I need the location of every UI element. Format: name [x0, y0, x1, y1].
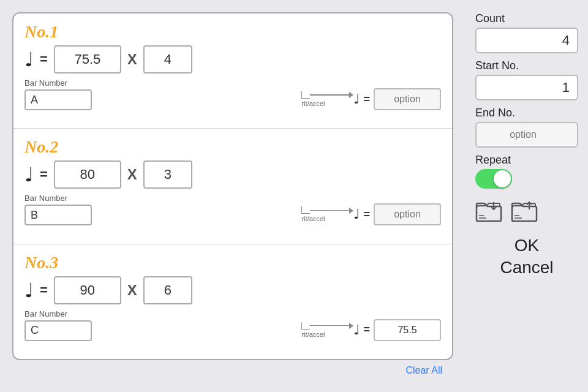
- bottom-row-no2: Bar Number rit/accel ♩ =: [24, 194, 441, 225]
- section-title-no1: No.1: [24, 22, 441, 42]
- multiply-no1: X: [127, 51, 137, 68]
- multiply-no2: X: [127, 166, 137, 183]
- repeat-toggle[interactable]: [475, 169, 512, 189]
- tempo-input-no3[interactable]: [54, 276, 121, 304]
- section-no1: No.1 ♩ = X Bar Number: [13, 13, 452, 129]
- action-buttons: OK Cancel: [475, 236, 578, 277]
- rit-note-no3: ♩: [353, 322, 360, 338]
- row-main-no3: ♩ = X: [24, 276, 441, 304]
- bar-label-no3: Bar Number: [24, 309, 92, 318]
- section-title-no3: No.3: [24, 253, 441, 273]
- equals-no2: =: [40, 167, 48, 183]
- bottom-row-no1: Bar Number rit/accel ♩ =: [24, 78, 441, 110]
- start-label: Start No.: [475, 59, 578, 72]
- right-panel: Count Start No. End No. Repeat: [466, 0, 588, 392]
- bar-label-no1: Bar Number: [24, 78, 92, 88]
- ok-button[interactable]: OK: [475, 236, 578, 255]
- end-label: End No.: [475, 107, 578, 119]
- rit-option-no2[interactable]: [374, 203, 441, 225]
- section-no3: No.3 ♩ = X Bar Number: [13, 244, 452, 359]
- bar-label-no2: Bar Number: [24, 194, 92, 203]
- open-folder-icon[interactable]: [475, 198, 502, 227]
- rit-note-no2: ♩: [353, 206, 360, 222]
- multiply-no3: X: [127, 282, 137, 299]
- rit-group-no1: rit/accel ♩ =: [301, 88, 441, 110]
- main-box: No.1 ♩ = X Bar Number: [12, 12, 453, 360]
- end-input[interactable]: [475, 122, 578, 148]
- row-main-no1: ♩ = X: [24, 45, 441, 74]
- rit-word-no2: rit/accel: [301, 215, 325, 222]
- bar-input-no3[interactable]: [24, 320, 92, 341]
- repeat-row: [475, 169, 578, 189]
- rit-container-no1: rit/accel: [301, 91, 350, 107]
- bottom-row-no3: Bar Number rit/accel ♩ =: [24, 309, 441, 341]
- end-field: End No.: [475, 107, 578, 148]
- icon-row: [475, 198, 578, 227]
- repeat-field: Repeat: [475, 154, 578, 189]
- clear-all-button[interactable]: Clear All: [12, 360, 453, 380]
- rit-equals-no3: =: [363, 323, 370, 336]
- note-icon-no2: ♩: [24, 165, 34, 184]
- section-title-no2: No.2: [24, 137, 441, 157]
- repeat-label: Repeat: [475, 154, 578, 167]
- rit-value-no3[interactable]: [374, 319, 441, 341]
- left-panel: No.1 ♩ = X Bar Number: [0, 0, 466, 392]
- rit-word-no1: rit/accel: [301, 100, 325, 107]
- row-main-no2: ♩ = X: [24, 160, 441, 189]
- count-input-no3[interactable]: [143, 276, 192, 304]
- cancel-button[interactable]: Cancel: [475, 258, 578, 277]
- count-input-no1[interactable]: [143, 45, 192, 74]
- rit-group-no3: rit/accel ♩ =: [301, 319, 441, 341]
- count-input-no2[interactable]: [143, 160, 192, 189]
- note-icon-no1: ♩: [24, 50, 34, 69]
- save-folder-icon[interactable]: [511, 198, 538, 227]
- rit-equals-no1: =: [363, 93, 370, 106]
- rit-container-no2: rit/accel: [301, 206, 350, 222]
- bar-group-no2: Bar Number: [24, 194, 92, 225]
- bar-group-no3: Bar Number: [24, 309, 92, 341]
- bar-input-no1[interactable]: [24, 89, 92, 110]
- equals-no3: =: [40, 282, 48, 298]
- rit-equals-no2: =: [363, 208, 370, 221]
- bar-input-no2[interactable]: [24, 205, 92, 225]
- rit-container-no3: rit/accel: [301, 322, 350, 338]
- toggle-knob: [494, 170, 511, 187]
- rit-option-no1[interactable]: [374, 88, 441, 110]
- tempo-input-no1[interactable]: [54, 45, 121, 74]
- section-no2: No.2 ♩ = X Bar Number: [13, 129, 452, 244]
- start-input[interactable]: [475, 75, 578, 100]
- rit-group-no2: rit/accel ♩ =: [301, 203, 441, 225]
- tempo-input-no2[interactable]: [54, 160, 121, 189]
- count-label: Count: [475, 12, 578, 25]
- bar-group-no1: Bar Number: [24, 78, 92, 110]
- note-icon-no3: ♩: [24, 281, 34, 300]
- count-input[interactable]: [475, 28, 578, 53]
- rit-word-no3: rit/accel: [301, 331, 325, 338]
- count-field: Count: [475, 12, 578, 53]
- rit-note-no1: ♩: [353, 91, 360, 107]
- equals-no1: =: [40, 51, 48, 67]
- start-field: Start No.: [475, 59, 578, 100]
